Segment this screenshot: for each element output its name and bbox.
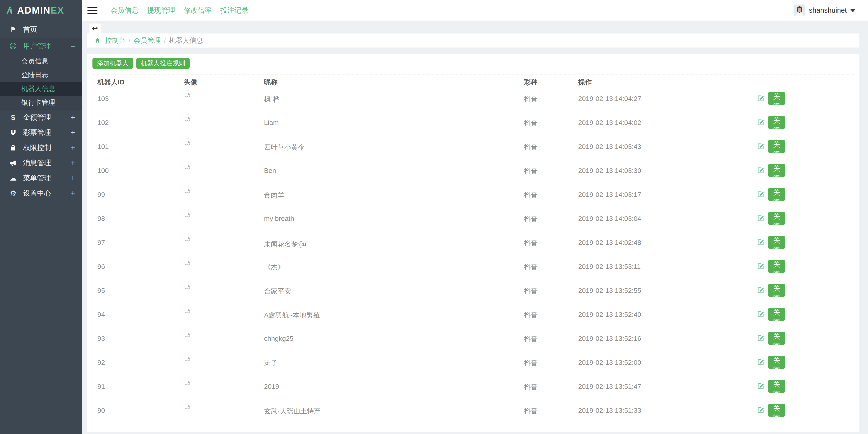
cell-created-time: 2019-02-13 14:03:04 <box>573 210 753 234</box>
row-actions: 关闭 <box>756 187 785 201</box>
close-button[interactable]: 关闭 <box>768 356 785 369</box>
cell-created-time: 2019-02-13 14:03:30 <box>573 162 753 186</box>
cell-lottery: 抖音 <box>519 378 573 402</box>
close-button[interactable]: 关闭 <box>768 404 785 417</box>
edit-icon[interactable] <box>756 238 765 247</box>
cell-robot-id: 93 <box>92 330 179 354</box>
hamburger-menu-icon[interactable] <box>88 5 97 16</box>
cell-robot-id: 98 <box>92 210 179 234</box>
cloud-icon: ☁ <box>8 174 18 182</box>
cell-avatar <box>179 210 259 234</box>
edit-icon[interactable] <box>756 166 765 175</box>
close-button[interactable]: 关闭 <box>768 116 785 129</box>
top-link-withdraw-mgmt[interactable]: 提现管理 <box>147 6 175 15</box>
close-button[interactable]: 关闭 <box>768 140 785 153</box>
breadcrumb-member-mgmt[interactable]: 会员管理 <box>133 36 161 45</box>
robot-avatar <box>182 234 182 242</box>
edit-icon[interactable] <box>756 286 765 295</box>
expand-plus-icon: + <box>70 158 75 167</box>
back-button[interactable]: ↩ <box>89 24 101 33</box>
cell-nickname: 玄武·大瑶山土特产 <box>259 402 519 426</box>
col-robot-id: 机器人ID <box>92 78 179 87</box>
edit-icon[interactable] <box>756 406 765 414</box>
row-actions: 关闭 <box>756 115 785 129</box>
sidebar-group-message-head[interactable]: 消息管理 + <box>0 155 82 170</box>
robot-table: 机器人ID 头像 昵称 彩种 操作 103 枫 桦 <box>92 75 753 426</box>
sidebar-item-home[interactable]: ⚑ 首页 <box>0 21 82 38</box>
top-link-member-info[interactable]: 会员信息 <box>111 6 138 15</box>
edit-icon[interactable] <box>756 118 765 127</box>
cell-robot-id: 101 <box>92 138 179 162</box>
sidebar-item-bank-card[interactable]: 银行卡管理 <box>0 96 82 110</box>
cell-nickname: 未闻花名梦จุ๋ม <box>259 234 519 258</box>
table-header: 机器人ID 头像 昵称 彩种 操作 <box>92 75 753 90</box>
sidebar-group-amount-head[interactable]: $ 金额管理 + <box>0 110 82 125</box>
edit-icon[interactable] <box>756 94 765 103</box>
edit-icon[interactable] <box>756 262 765 271</box>
close-button[interactable]: 关闭 <box>768 380 785 393</box>
cell-created-time: 2019-02-13 13:52:16 <box>573 330 753 354</box>
close-button[interactable]: 关闭 <box>768 332 785 345</box>
sidebar-item-login-log[interactable]: 登陆日志 <box>0 68 82 82</box>
broken-image-icon <box>184 188 191 195</box>
cell-robot-id: 95 <box>92 282 179 306</box>
sidebar-group-lottery-head[interactable]: 彩票管理 + <box>0 125 82 140</box>
robot-avatar <box>182 258 182 266</box>
edit-icon[interactable] <box>756 214 765 223</box>
expand-plus-icon: + <box>70 189 75 198</box>
robot-info-panel: 添加机器人 机器人投注规则 机器人ID 头像 昵称 彩种 操作 103 <box>87 54 860 432</box>
top-link-bet-records[interactable]: 投注记录 <box>220 6 248 15</box>
dollar-icon: $ <box>8 114 18 121</box>
robot-avatar <box>182 402 182 410</box>
close-button[interactable]: 关闭 <box>768 92 785 105</box>
sidebar-item-robot-info[interactable]: 机器人信息 <box>0 82 82 96</box>
edit-icon[interactable] <box>756 382 765 390</box>
close-button[interactable]: 关闭 <box>768 260 785 273</box>
edit-icon[interactable] <box>756 190 765 199</box>
sidebar-group-permission-head[interactable]: 权限控制 + <box>0 140 82 155</box>
cell-avatar <box>179 258 259 282</box>
cell-robot-id: 92 <box>92 354 179 378</box>
brand-logo-icon <box>5 5 14 16</box>
broken-image-icon <box>184 308 191 315</box>
edit-icon[interactable] <box>756 358 765 367</box>
close-button[interactable]: 关闭 <box>768 164 785 177</box>
logo: ADMINEX <box>0 0 82 21</box>
sidebar-group-user-mgmt-head[interactable]: ☹ 用户管理 − <box>0 38 82 54</box>
cell-nickname: Liam <box>259 114 519 138</box>
sidebar-item-member-info[interactable]: 会员信息 <box>0 54 82 68</box>
edit-icon[interactable] <box>756 142 765 151</box>
broken-image-icon <box>184 164 191 171</box>
broken-image-icon <box>184 140 191 147</box>
expand-plus-icon: + <box>70 128 75 137</box>
close-button[interactable]: 关闭 <box>768 308 785 321</box>
sidebar-group-menu-head[interactable]: ☁ 菜单管理 + <box>0 170 82 185</box>
robot-bet-rules-button[interactable]: 机器人投注规则 <box>136 58 190 69</box>
close-button[interactable]: 关闭 <box>768 212 785 225</box>
table-row: 100 Ben 抖音 2019-02-13 14:03:30 <box>92 162 753 186</box>
close-button[interactable]: 关闭 <box>768 188 785 201</box>
cell-created-time: 2019-02-13 13:53:11 <box>573 258 753 282</box>
breadcrumb-console[interactable]: 控制台 <box>105 36 125 45</box>
table-row: 101 四叶草小黄伞 抖音 2019-02-13 14:03:43 <box>92 138 753 162</box>
user-menu[interactable]: shanshuinet <box>794 4 855 16</box>
sidebar-group-settings-head[interactable]: ⚙ 设置中心 + <box>0 185 82 201</box>
add-robot-button[interactable]: 添加机器人 <box>92 58 133 69</box>
cell-robot-id: 96 <box>92 258 179 282</box>
cell-nickname: Ben <box>259 162 519 186</box>
broken-image-icon <box>184 332 191 339</box>
table-row: 98 my breath 抖音 2019-02-13 14:03:04 <box>92 210 753 234</box>
edit-icon[interactable] <box>756 310 765 319</box>
row-actions: 关闭 <box>756 259 785 273</box>
cell-lottery: 抖音 <box>519 306 573 330</box>
expand-plus-icon: + <box>70 174 75 182</box>
robot-avatar <box>182 306 182 314</box>
edit-icon[interactable] <box>756 334 765 343</box>
table-row: 103 枫 桦 抖音 2019-02-13 14:04:27 <box>92 90 753 114</box>
cell-lottery: 抖音 <box>519 402 573 426</box>
top-link-modify-rate[interactable]: 修改倍率 <box>184 6 212 15</box>
close-button[interactable]: 关闭 <box>768 284 785 297</box>
cell-nickname: 枫 桦 <box>259 90 519 114</box>
top-nav: 会员信息 提现管理 修改倍率 投注记录 <box>111 6 257 15</box>
close-button[interactable]: 关闭 <box>768 236 785 249</box>
